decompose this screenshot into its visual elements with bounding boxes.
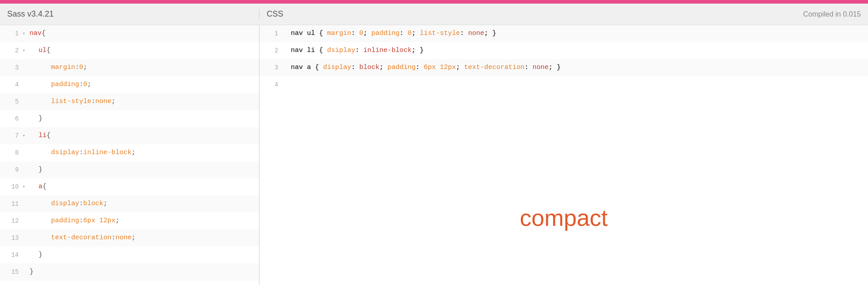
line-content: nav{ — [30, 25, 259, 42]
line-content: } — [30, 161, 259, 178]
line-number: 4 — [0, 76, 22, 93]
line-number: 14 — [0, 246, 22, 263]
line-number: 11 — [0, 195, 22, 212]
css-label: CSS — [267, 9, 283, 19]
token: list-style — [51, 98, 91, 105]
token: { — [47, 47, 51, 54]
sass-line-6: 6} — [0, 110, 259, 127]
token: text-decoration — [51, 234, 111, 242]
line-content: } — [30, 246, 259, 263]
token: ; — [83, 64, 87, 71]
line-number: 6 — [0, 110, 22, 127]
token: 6px 12px — [83, 217, 115, 225]
token: dsiplay — [51, 149, 79, 156]
token: { — [47, 132, 51, 139]
css-header: CSS Compiled in 0.015 — [260, 9, 868, 19]
line-number: 10 — [0, 178, 22, 195]
sass-line-12: 12padding:6px 12px; — [0, 212, 259, 229]
token: 0 — [79, 64, 83, 71]
token: margin — [51, 64, 75, 71]
token: none — [95, 98, 111, 105]
line-content: ul{ — [30, 42, 259, 59]
line-content: list-style:none; — [30, 93, 259, 110]
compact-label: compact — [520, 204, 608, 231]
token: : — [79, 81, 83, 88]
fold-arrow[interactable]: ▾ — [22, 42, 30, 59]
css-line-content: nav li { dsiplay: inline-block; } — [289, 42, 868, 59]
css-line-1: 1nav ul { margin: 0; padding: 0; list-st… — [260, 25, 868, 42]
line-number: 5 — [0, 93, 22, 110]
css-line-4: 4 — [260, 76, 868, 93]
token: li — [38, 132, 47, 139]
css-panel[interactable]: 1nav ul { margin: 0; padding: 0; list-st… — [260, 25, 868, 285]
line-content: display:block; — [30, 195, 259, 212]
token: ; — [132, 149, 136, 156]
sass-line-9: 9} — [0, 161, 259, 178]
line-content: } — [30, 263, 259, 281]
token: none — [115, 234, 132, 242]
line-content: padding:0; — [30, 76, 259, 93]
header-row: Sass v3.4.21 CSS Compiled in 0.015 — [0, 4, 868, 25]
fold-arrow[interactable]: ▾ — [22, 178, 30, 195]
token: a — [38, 183, 43, 190]
token: { — [43, 183, 47, 190]
token: } — [38, 166, 43, 173]
token: ; — [132, 234, 136, 242]
line-content: margin:0; — [30, 59, 259, 76]
token: inline-block — [83, 149, 132, 156]
line-number: 2 — [0, 42, 22, 59]
line-number: 8 — [0, 144, 22, 161]
token: padding — [51, 217, 79, 225]
line-content: a{ — [30, 178, 259, 195]
token: ; — [115, 217, 119, 225]
line-number: 3 — [260, 59, 282, 76]
sass-panel[interactable]: 1▾nav{2▾ul{3margin:0;4padding:0;5list-st… — [0, 25, 260, 285]
line-number: 1 — [260, 25, 282, 42]
token: : — [75, 64, 79, 71]
token: nav — [30, 30, 42, 37]
fold-arrow[interactable]: ▾ — [22, 25, 30, 42]
compiled-info: Compiled in 0.015 — [803, 10, 861, 18]
token: : — [79, 200, 83, 207]
token: } — [38, 115, 43, 122]
fold-arrow[interactable]: ▾ — [22, 127, 30, 144]
sass-line-5: 5list-style:none; — [0, 93, 259, 110]
line-number: 7 — [0, 127, 22, 144]
css-line-content: nav a { display: block; padding: 6px 12p… — [289, 59, 868, 76]
line-content: padding:6px 12px; — [30, 212, 259, 229]
token: ; — [111, 98, 115, 105]
sass-line-14: 14} — [0, 246, 259, 263]
line-content: dsiplay:inline-block; — [30, 144, 259, 161]
token: display — [51, 200, 79, 207]
sass-line-10: 10▾a{ — [0, 178, 259, 195]
editor-area: 1▾nav{2▾ul{3margin:0;4padding:0;5list-st… — [0, 25, 868, 285]
css-line-3: 3nav a { display: block; padding: 6px 12… — [260, 59, 868, 76]
token: } — [30, 268, 34, 276]
token: : — [79, 149, 83, 156]
line-number: 1 — [0, 25, 22, 42]
sass-line-13: 13text-decoration:none; — [0, 229, 259, 246]
line-content: text-decoration:none; — [30, 229, 259, 246]
sass-line-8: 8dsiplay:inline-block; — [0, 144, 259, 161]
sass-version-label: Sass v3.4.21 — [0, 9, 260, 19]
token: block — [83, 200, 103, 207]
sass-line-11: 11display:block; — [0, 195, 259, 212]
css-line-2: 2nav li { dsiplay: inline-block; } — [260, 42, 868, 59]
top-bar — [0, 0, 868, 4]
token: ; — [87, 81, 91, 88]
token: padding — [51, 81, 79, 88]
token: ul — [38, 47, 47, 54]
sass-line-3: 3margin:0; — [0, 59, 259, 76]
sass-line-1: 1▾nav{ — [0, 25, 259, 42]
line-content: } — [30, 110, 259, 127]
css-line-content: nav ul { margin: 0; padding: 0; list-sty… — [289, 25, 868, 42]
token: } — [38, 251, 43, 259]
token: : — [79, 217, 83, 225]
line-number: 13 — [0, 229, 22, 246]
line-number: 2 — [260, 42, 282, 59]
line-content: li{ — [30, 127, 259, 144]
sass-line-7: 7▾li{ — [0, 127, 259, 144]
line-number: 12 — [0, 212, 22, 229]
sass-line-2: 2▾ul{ — [0, 42, 259, 59]
sass-line-4: 4padding:0; — [0, 76, 259, 93]
